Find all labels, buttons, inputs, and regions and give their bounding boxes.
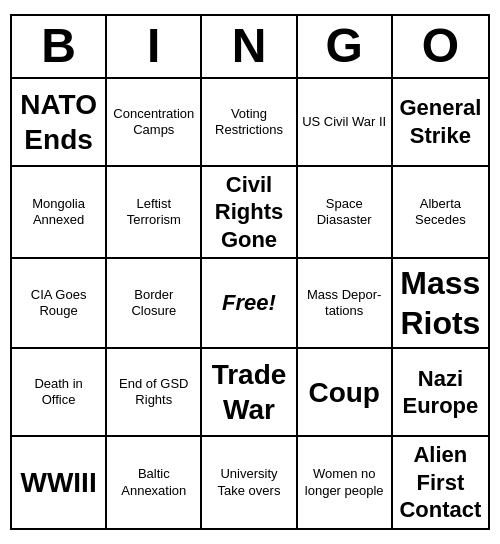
cell-text-3: US Civil War II xyxy=(302,114,386,130)
bingo-cell-13[interactable]: Mass Depor- tations xyxy=(298,259,393,349)
bingo-cell-0[interactable]: NATO Ends xyxy=(12,79,107,167)
bingo-cell-1[interactable]: Concentration Camps xyxy=(107,79,202,167)
bingo-cell-12[interactable]: Free! xyxy=(202,259,297,349)
cell-text-6: Leftist Terrorism xyxy=(111,196,196,229)
bingo-cell-4[interactable]: General Strike xyxy=(393,79,488,167)
cell-text-10: CIA Goes Rouge xyxy=(16,287,101,320)
bingo-cell-21[interactable]: Baltic Annexation xyxy=(107,437,202,528)
bingo-cell-10[interactable]: CIA Goes Rouge xyxy=(12,259,107,349)
bingo-cell-9[interactable]: Alberta Secedes xyxy=(393,167,488,260)
cell-text-14: Mass Riots xyxy=(397,263,484,343)
bingo-letter-o: O xyxy=(393,16,488,77)
cell-text-12: Free! xyxy=(222,290,276,316)
cell-text-15: Death in Office xyxy=(16,376,101,409)
cell-text-24: Alien First Contact xyxy=(397,441,484,524)
cell-text-9: Alberta Secedes xyxy=(397,196,484,229)
bingo-cell-8[interactable]: Space Diasaster xyxy=(298,167,393,260)
bingo-cell-17[interactable]: Trade War xyxy=(202,349,297,437)
cell-text-21: Baltic Annexation xyxy=(111,466,196,499)
bingo-cell-24[interactable]: Alien First Contact xyxy=(393,437,488,528)
cell-text-11: Border Closure xyxy=(111,287,196,320)
cell-text-5: Mongolia Annexed xyxy=(16,196,101,229)
bingo-cell-7[interactable]: Civil Rights Gone xyxy=(202,167,297,260)
bingo-cell-22[interactable]: University Take overs xyxy=(202,437,297,528)
cell-text-23: Women no longer people xyxy=(302,466,387,499)
cell-text-20: WWIII xyxy=(20,465,96,500)
cell-text-2: Voting Restrictions xyxy=(206,106,291,139)
bingo-grid: NATO EndsConcentration CampsVoting Restr… xyxy=(12,79,488,528)
cell-text-8: Space Diasaster xyxy=(302,196,387,229)
bingo-cell-16[interactable]: End of GSD Rights xyxy=(107,349,202,437)
bingo-cell-23[interactable]: Women no longer people xyxy=(298,437,393,528)
bingo-letter-g: G xyxy=(298,16,393,77)
bingo-cell-6[interactable]: Leftist Terrorism xyxy=(107,167,202,260)
bingo-letter-b: B xyxy=(12,16,107,77)
cell-text-13: Mass Depor- tations xyxy=(302,287,387,320)
cell-text-18: Coup xyxy=(308,375,380,410)
bingo-cell-14[interactable]: Mass Riots xyxy=(393,259,488,349)
bingo-cell-3[interactable]: US Civil War II xyxy=(298,79,393,167)
bingo-letter-n: N xyxy=(202,16,297,77)
bingo-cell-20[interactable]: WWIII xyxy=(12,437,107,528)
cell-text-17: Trade War xyxy=(206,357,291,427)
cell-text-4: General Strike xyxy=(397,94,484,149)
bingo-cell-5[interactable]: Mongolia Annexed xyxy=(12,167,107,260)
bingo-letter-i: I xyxy=(107,16,202,77)
bingo-cell-11[interactable]: Border Closure xyxy=(107,259,202,349)
bingo-cell-15[interactable]: Death in Office xyxy=(12,349,107,437)
cell-text-1: Concentration Camps xyxy=(111,106,196,139)
bingo-header: BINGO xyxy=(12,16,488,79)
bingo-cell-18[interactable]: Coup xyxy=(298,349,393,437)
cell-text-7: Civil Rights Gone xyxy=(206,171,291,254)
cell-text-22: University Take overs xyxy=(206,466,291,499)
cell-text-16: End of GSD Rights xyxy=(111,376,196,409)
cell-text-0: NATO Ends xyxy=(16,87,101,157)
bingo-cell-2[interactable]: Voting Restrictions xyxy=(202,79,297,167)
bingo-card: BINGO NATO EndsConcentration CampsVoting… xyxy=(10,14,490,530)
cell-text-19: Nazi Europe xyxy=(397,365,484,420)
bingo-cell-19[interactable]: Nazi Europe xyxy=(393,349,488,437)
